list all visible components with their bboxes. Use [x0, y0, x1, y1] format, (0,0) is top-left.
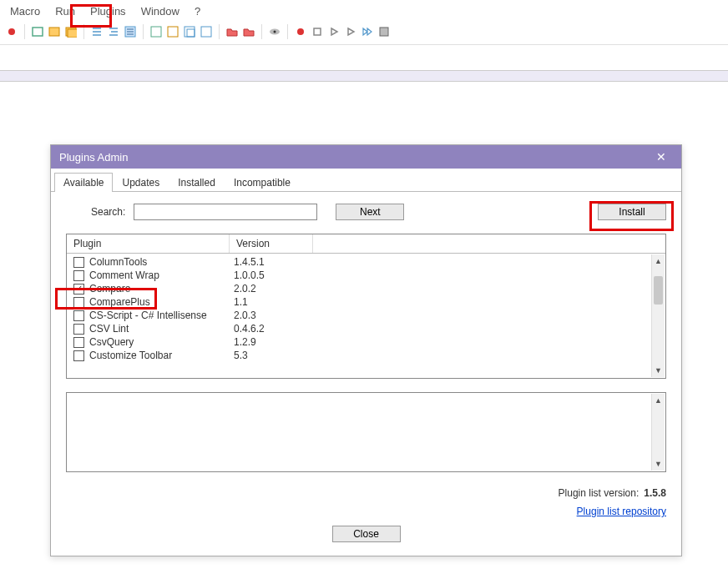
svg-rect-4 — [68, 29, 77, 38]
plugin-version: 2.0.3 — [234, 310, 256, 321]
svg-rect-15 — [380, 28, 388, 36]
table-row[interactable]: Comment Wrap1.0.0.5 — [67, 269, 665, 282]
svg-point-13 — [297, 28, 304, 35]
folder-icon[interactable] — [242, 25, 255, 38]
play-icon[interactable] — [327, 25, 341, 38]
toolbar-icon[interactable] — [31, 25, 44, 38]
svg-rect-8 — [185, 27, 195, 37]
svg-point-0 — [8, 28, 15, 35]
column-plugin[interactable]: Plugin — [67, 234, 230, 253]
plugin-name: ColumnTools — [89, 256, 234, 268]
scroll-up-icon[interactable]: ▲ — [652, 394, 665, 407]
toolbar-icon[interactable] — [200, 25, 213, 38]
plugin-checkbox[interactable] — [73, 324, 84, 335]
table-row[interactable]: CS-Script - C# Intellisense2.0.3 — [67, 309, 665, 322]
plugin-description: ▲ ▼ — [66, 392, 666, 472]
plugin-checkbox[interactable]: ✓ — [73, 284, 84, 295]
column-blank — [313, 234, 665, 253]
plugin-list-version-label: Plugin list version: — [559, 487, 640, 499]
plugins-admin-dialog: Plugins Admin ✕ Available Updates Instal… — [50, 144, 682, 556]
install-button[interactable]: Install — [598, 204, 666, 220]
plugin-name: Customize Toolbar — [89, 350, 234, 361]
record-macro-icon[interactable] — [5, 25, 18, 38]
svg-rect-7 — [168, 27, 178, 37]
close-button[interactable]: Close — [332, 526, 401, 542]
svg-rect-10 — [201, 27, 211, 37]
plugin-checkbox[interactable] — [73, 297, 84, 308]
svg-point-12 — [274, 31, 276, 33]
table-row[interactable]: CsvQuery1.2.9 — [67, 335, 665, 349]
table-row[interactable]: CSV Lint0.4.6.2 — [67, 322, 665, 335]
tab-installed[interactable]: Installed — [169, 173, 225, 192]
plugin-name: ComparePlus — [89, 296, 234, 308]
plugin-name: Comment Wrap — [89, 269, 234, 281]
plugin-version: 1.2.9 — [234, 336, 256, 348]
plugin-list-repository-link[interactable]: Plugin list repository — [577, 506, 666, 517]
fast-forward-icon[interactable] — [361, 25, 374, 38]
plugin-name: Compare — [89, 283, 234, 295]
toolbar-icon[interactable] — [183, 25, 196, 38]
svg-rect-6 — [151, 27, 161, 37]
tab-strip: Available Updates Installed Incompatible — [51, 169, 681, 192]
scroll-thumb[interactable] — [654, 276, 663, 305]
menu-help[interactable]: ? — [195, 5, 200, 18]
scrollbar[interactable]: ▲ ▼ — [651, 394, 665, 471]
list-icon[interactable] — [124, 25, 137, 38]
tab-updates[interactable]: Updates — [113, 173, 169, 192]
plugin-list-version: 1.5.8 — [644, 487, 666, 499]
menu-plugins[interactable]: Plugins — [90, 5, 126, 18]
table-row[interactable]: ComparePlus1.1 — [67, 295, 665, 309]
play-icon[interactable] — [344, 25, 357, 38]
tab-available[interactable]: Available — [54, 173, 113, 192]
table-row[interactable]: ColumnTools1.4.5.1 — [67, 255, 665, 269]
stop-icon[interactable] — [311, 25, 324, 38]
plugin-version: 1.0.0.5 — [234, 269, 265, 281]
outdent-icon[interactable] — [107, 25, 120, 38]
plugin-version: 1.1 — [234, 296, 248, 308]
table-row[interactable]: ✓Compare2.0.2 — [67, 282, 665, 295]
scroll-up-icon[interactable]: ▲ — [652, 254, 665, 268]
scrollbar[interactable]: ▲ ▼ — [651, 254, 665, 377]
plugin-version: 2.0.2 — [234, 283, 256, 295]
plugin-name: CsvQuery — [89, 336, 234, 348]
folder-icon[interactable] — [225, 25, 239, 38]
plugin-version: 5.3 — [234, 350, 248, 361]
save-macro-icon[interactable] — [377, 25, 391, 38]
plugin-name: CSV Lint — [89, 323, 234, 335]
menu-macro[interactable]: Macro — [10, 5, 40, 18]
column-version[interactable]: Version — [230, 234, 313, 253]
menu-bar: Macro Run Plugins Window ? — [0, 0, 728, 23]
scroll-down-icon[interactable]: ▼ — [652, 457, 665, 471]
eye-icon[interactable] — [268, 25, 281, 38]
document-band — [0, 70, 728, 82]
plugin-checkbox[interactable] — [73, 350, 84, 361]
record-icon[interactable] — [294, 25, 307, 38]
toolbar-icon[interactable] — [64, 25, 78, 38]
svg-rect-9 — [187, 29, 195, 37]
plugin-checkbox[interactable] — [73, 310, 84, 321]
indent-icon[interactable] — [90, 25, 104, 38]
plugin-checkbox[interactable] — [73, 257, 84, 268]
plugin-version: 1.4.5.1 — [234, 256, 265, 268]
toolbar-icon[interactable] — [48, 25, 61, 38]
plugin-checkbox[interactable] — [73, 270, 84, 281]
svg-rect-14 — [314, 28, 321, 35]
toolbar — [0, 23, 728, 45]
next-button[interactable]: Next — [336, 204, 404, 220]
menu-run[interactable]: Run — [55, 5, 75, 18]
dialog-titlebar[interactable]: Plugins Admin ✕ — [51, 145, 681, 169]
scroll-down-icon[interactable]: ▼ — [652, 364, 665, 377]
plugin-version: 0.4.6.2 — [234, 323, 265, 335]
close-icon[interactable]: ✕ — [650, 149, 673, 164]
menu-window[interactable]: Window — [141, 5, 179, 18]
toolbar-icon[interactable] — [166, 25, 179, 38]
plugin-checkbox[interactable] — [73, 337, 84, 348]
toolbar-icon[interactable] — [149, 25, 163, 38]
plugin-list: Plugin Version ColumnTools1.4.5.1Comment… — [66, 234, 666, 379]
search-label: Search: — [91, 206, 125, 218]
search-input[interactable] — [134, 204, 317, 220]
table-row[interactable]: Customize Toolbar5.3 — [67, 349, 665, 362]
svg-rect-1 — [33, 28, 43, 36]
tab-incompatible[interactable]: Incompatible — [225, 173, 300, 192]
plugin-name: CS-Script - C# Intellisense — [89, 310, 234, 321]
